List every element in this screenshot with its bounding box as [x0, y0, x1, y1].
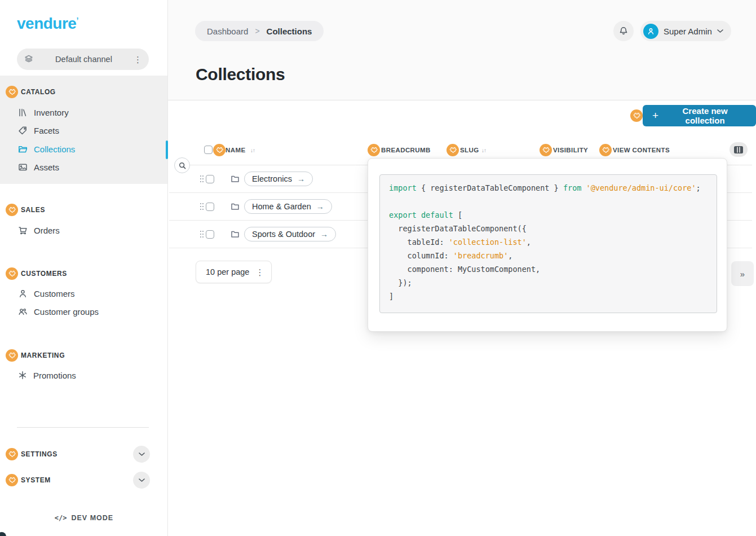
channel-selector[interactable]: Default channel ⋮ [17, 49, 149, 70]
dev-mode-badge-icon[interactable] [368, 144, 380, 156]
active-item-indicator [166, 140, 168, 159]
dev-mode-badge-icon[interactable] [213, 144, 226, 156]
per-page-menu-icon: ⋮ [255, 268, 264, 276]
settings-expand-button[interactable] [133, 446, 150, 463]
breadcrumb-dashboard[interactable]: Dashboard [207, 27, 248, 36]
sidebar-item-collections[interactable]: Collections [18, 143, 75, 155]
column-header-breadcrumb[interactable]: BREADCRUMB [381, 147, 431, 153]
vendure-admin-screen: vendure’ Default channel ⋮ CATALOG Inven… [0, 0, 756, 536]
code-block: import { registerDataTableComponent } fr… [379, 174, 717, 313]
breadcrumb-separator: > [255, 27, 259, 36]
chevron-down-icon [717, 29, 723, 33]
avatar [643, 24, 658, 39]
column-settings-button[interactable] [730, 142, 748, 157]
sidebar-item-assets[interactable]: Assets [18, 161, 59, 173]
items-per-page-button[interactable]: 10 per page ⋮ [196, 261, 272, 283]
sidebar-item-customer-groups[interactable]: Customer groups [18, 305, 99, 318]
dev-mode-badge-icon[interactable] [540, 144, 552, 156]
column-header-view-contents[interactable]: VIEW CONTENTS [613, 147, 670, 153]
search-icon [178, 161, 187, 170]
logo-mark: ’ [76, 16, 78, 25]
arrow-right-icon: → [320, 230, 328, 239]
arrow-right-icon: → [297, 174, 305, 183]
plus-icon: + [652, 110, 658, 121]
dev-mode-badge-icon[interactable] [630, 109, 643, 122]
section-header-settings[interactable]: SETTINGS [6, 448, 58, 460]
arrow-right-icon: → [316, 202, 324, 211]
tag-icon [18, 126, 28, 135]
section-header-sales: SALES [6, 204, 45, 216]
folder-open-icon [18, 144, 28, 154]
main-area: Dashboard > Collections Super Admin Coll… [168, 0, 756, 536]
collection-chip[interactable]: Home & Garden → [244, 199, 332, 214]
sort-icon-slug[interactable]: ↓↑ [481, 147, 486, 153]
sparkle-icon [18, 371, 27, 380]
sidebar-item-customers[interactable]: Customers [18, 287, 75, 300]
breadcrumb: Dashboard > Collections [195, 21, 324, 41]
section-header-marketing: MARKETING [6, 349, 65, 362]
breadcrumb-collections[interactable]: Collections [267, 27, 312, 36]
drag-handle-icon[interactable] [200, 231, 204, 238]
system-expand-button[interactable] [133, 472, 150, 489]
section-header-customers: CUSTOMERS [6, 267, 67, 280]
page-header-band [168, 0, 756, 100]
page-title: Collections [196, 65, 285, 84]
row-checkbox[interactable] [206, 175, 214, 183]
drag-handle-icon[interactable] [200, 203, 204, 210]
section-label: CATALOG [21, 88, 56, 96]
bell-icon [618, 26, 629, 36]
select-all-checkbox[interactable] [204, 146, 213, 154]
chevron-down-icon [139, 452, 145, 456]
channel-label: Default channel [34, 55, 134, 64]
inventory-icon [18, 108, 28, 117]
dev-mode-badge-icon[interactable] [446, 144, 459, 156]
code-icon: </> [55, 514, 67, 522]
folder-icon [231, 202, 240, 211]
vendure-logo[interactable]: vendure’ [17, 15, 78, 33]
sidebar: vendure’ Default channel ⋮ CATALOG Inven… [0, 0, 168, 536]
columns-icon [734, 146, 743, 153]
dev-mode-toggle[interactable]: </> DEV MODE [0, 514, 168, 522]
dev-mode-badge-icon[interactable] [599, 144, 612, 156]
section-header-catalog: CATALOG [6, 86, 56, 98]
create-new-collection-button[interactable]: + Create new collection [643, 105, 756, 126]
dev-mode-badge-icon[interactable] [6, 204, 18, 216]
folder-icon [231, 230, 240, 239]
column-header-name[interactable]: NAME [226, 147, 245, 153]
users-icon [18, 307, 28, 317]
sidebar-item-inventory[interactable]: Inventory [18, 106, 69, 118]
user-icon [18, 289, 28, 298]
sidebar-item-orders[interactable]: Orders [18, 224, 60, 236]
row-checkbox[interactable] [206, 230, 214, 239]
layers-icon [24, 54, 34, 64]
sidebar-item-promotions[interactable]: Promotions [18, 369, 76, 381]
sidebar-item-facets[interactable]: Facets [18, 124, 59, 137]
cart-icon [18, 226, 28, 235]
sort-icon-name[interactable]: ↓↑ [250, 147, 255, 153]
folder-icon [231, 174, 240, 183]
notifications-button[interactable] [613, 21, 634, 41]
drag-handle-icon[interactable] [200, 175, 204, 183]
collection-chip[interactable]: Sports & Outdoor → [244, 227, 336, 241]
dev-mode-badge-icon[interactable] [6, 448, 18, 460]
collection-chip[interactable]: Electronics → [244, 172, 313, 186]
next-page-button[interactable]: » [731, 261, 754, 286]
column-header-visibility[interactable]: VISIBILITY [553, 147, 588, 153]
section-header-system[interactable]: SYSTEM [6, 474, 51, 486]
sidebar-divider [17, 427, 149, 428]
corner-widget [0, 532, 6, 536]
image-icon [18, 162, 28, 172]
dev-mode-badge-icon[interactable] [6, 349, 18, 362]
chevron-down-icon [139, 478, 145, 482]
search-button[interactable] [174, 157, 190, 173]
dev-mode-badge-icon[interactable] [6, 86, 18, 98]
row-checkbox[interactable] [206, 203, 214, 211]
dev-mode-badge-icon[interactable] [6, 267, 18, 280]
dev-mode-badge-icon[interactable] [6, 474, 18, 486]
channel-menu-icon[interactable]: ⋮ [134, 55, 142, 64]
user-menu[interactable]: Super Admin [640, 21, 731, 41]
user-name: Super Admin [664, 27, 712, 36]
dev-mode-code-popup: import { registerDataTableComponent } fr… [368, 158, 727, 332]
column-header-slug[interactable]: SLUG [460, 147, 479, 153]
